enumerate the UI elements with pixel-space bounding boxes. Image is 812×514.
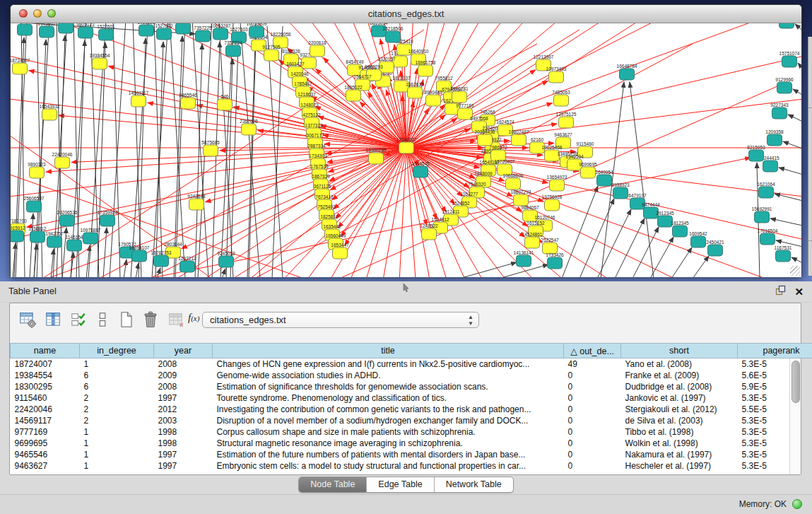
network-node[interactable] [204,145,218,156]
tab-edge-table[interactable]: Edge Table [366,477,433,492]
network-node[interactable] [264,49,279,61]
network-node[interactable] [219,256,234,267]
table-cell[interactable]: 0 [564,415,621,426]
table-cell[interactable]: 0 [564,392,621,404]
table-selector-combo[interactable]: citations_edges.txt ▲▼ [202,312,479,328]
collapsed-side-panel[interactable] [808,37,812,276]
network-node[interactable] [749,150,764,161]
table-cell[interactable]: Estimation of the future numbers of pati… [213,449,564,460]
network-node[interactable] [40,26,54,37]
table-row[interactable]: 1872400712008Changes of HCN gene express… [11,358,812,370]
table-cell[interactable]: 2012 [154,404,213,415]
network-node[interactable] [100,215,115,226]
table-cell[interactable]: 5.3E-5 [738,415,812,426]
network-node[interactable] [60,215,75,226]
combo-stepper-icon[interactable]: ▲▼ [468,314,473,327]
close-button[interactable] [19,9,28,18]
network-node[interactable] [67,240,82,251]
table-cell[interactable]: Structural magnetic resonance image aver… [213,438,564,449]
table-cell[interactable]: Hescheler et al. (1997) [621,460,738,472]
network-node[interactable] [154,255,169,267]
network-node[interactable] [131,95,146,107]
network-window-titlebar[interactable]: citations_edges.txt [11,5,801,23]
network-node[interactable] [93,58,107,69]
table-cell[interactable]: Genome-wide association studies in ADHD. [213,370,564,381]
network-node[interactable] [132,250,147,262]
network-node[interactable] [180,261,195,272]
network-node[interactable] [597,175,612,186]
table-cell[interactable]: 0 [564,449,621,460]
table-cell[interactable]: 49 [564,358,621,370]
table-cell[interactable]: Stergiakouli et al. (2012) [621,404,738,415]
network-node[interactable] [512,134,526,146]
table-cell[interactable]: Corpus callosum shape and size in male p… [213,426,564,438]
table-cell[interactable]: 18724007 [11,358,80,370]
table-cell[interactable]: 9777169 [11,426,80,438]
network-node[interactable] [139,25,154,36]
float-panel-icon[interactable] [775,285,786,298]
memory-indicator[interactable] [792,499,802,509]
network-node[interactable] [581,167,596,178]
network-node[interactable] [47,236,62,247]
minimize-button[interactable] [33,9,42,18]
network-node[interactable] [760,233,775,245]
close-panel-icon[interactable]: ✕ [794,286,804,298]
resize-grip[interactable] [790,266,800,276]
table-cell[interactable]: 9115460 [11,392,80,404]
table-cell[interactable]: Nakamura et al. (1997) [621,449,738,460]
table-cell[interactable]: 0 [564,381,621,392]
column-header-out_de[interactable]: △ out_de... [564,344,621,358]
network-node[interactable] [613,187,628,199]
table-cell[interactable]: 5.5E-5 [738,404,812,415]
network-graph[interactable]: 1724000788123541822605891275058186328932… [11,23,801,277]
table-cell[interactable]: Dudbridge et al. (2008) [621,381,738,392]
table-cell[interactable]: 1997 [154,460,213,472]
network-node[interactable] [545,199,560,211]
network-node[interactable] [658,216,673,227]
table-cell[interactable]: 9699695 [11,438,80,449]
table-cell[interactable]: Franke et al. (2009) [621,370,738,381]
column-header-title[interactable]: title [213,344,564,358]
network-node[interactable] [196,30,211,42]
table-row[interactable]: 977716911998Corpus callosum shape and si… [11,426,812,438]
table-row[interactable]: 911546021997Tourette syndrome. Phenomeno… [11,392,812,404]
table-cell[interactable]: 18300295 [11,381,80,392]
table-cell[interactable]: 1 [80,426,154,438]
table-cell[interactable]: Tourette syndrome. Phenomenology and cla… [213,392,564,404]
network-node[interactable] [78,27,93,38]
table-cell[interactable]: 2 [80,404,154,415]
network-node[interactable] [218,99,233,110]
table-row[interactable]: 1830029562008Estimation of significance … [11,381,812,392]
table-cell[interactable]: 5.3E-5 [738,358,812,370]
table-cell[interactable]: 6 [80,381,154,392]
table-cell[interactable]: 2003 [154,415,213,426]
network-node[interactable] [83,233,98,244]
column-visibility-icon[interactable] [69,310,88,329]
network-node[interactable] [620,69,635,80]
table-cell[interactable]: 9465546 [11,449,80,460]
network-node[interactable] [506,178,521,189]
table-cell[interactable]: Disruption of a novel member of a sodium… [213,415,564,426]
network-window[interactable]: citations_edges.txt 17240007881235418226… [10,4,802,277]
table-cell[interactable]: Yano et al. (2008) [621,358,738,370]
network-node[interactable] [369,153,384,164]
network-node[interactable] [242,124,257,135]
network-node[interactable] [181,98,196,109]
table-cell[interactable]: 5.9E-5 [738,381,812,392]
network-node[interactable] [176,23,191,34]
table-cell[interactable]: 2 [80,415,154,426]
network-node[interactable] [779,23,794,28]
table-row[interactable]: 1456911722003Disruption of a novel membe… [11,415,812,426]
table-row[interactable]: 1938455462009Genome-wide association stu… [11,370,812,381]
network-node[interactable] [554,95,569,106]
scrollbar-thumb[interactable] [792,361,800,403]
network-node[interactable] [310,45,325,57]
table-cell[interactable]: 1 [80,438,154,449]
merge-icon[interactable] [93,310,112,329]
network-node[interactable] [452,91,467,103]
network-node[interactable] [99,29,114,40]
network-node[interactable] [189,199,204,210]
table-cell[interactable]: 2008 [154,358,213,370]
table-cell[interactable]: 1998 [154,438,213,449]
network-node[interactable] [346,90,361,101]
